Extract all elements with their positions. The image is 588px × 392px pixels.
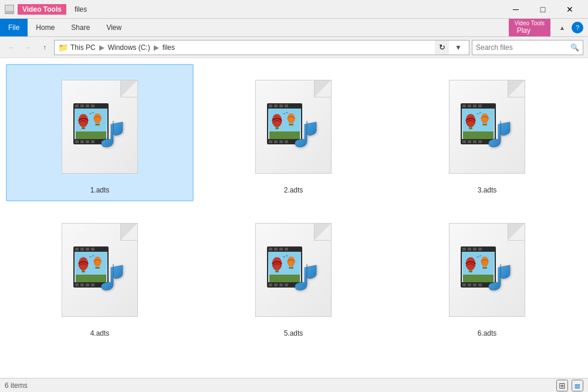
minimize-button[interactable]: ─ [502,0,529,19]
maximize-button[interactable]: □ [529,0,556,19]
film-hole [478,140,482,143]
tab-play[interactable]: Play [509,26,550,35]
app-icon [5,5,14,14]
file-item-3[interactable]: 3.adts [393,64,581,201]
ribbon: File Home Share View Video Tools Play ▲ … [0,19,588,37]
film-hole [473,104,477,107]
tab-file[interactable]: File [0,19,28,36]
file-item-5[interactable]: 5.adts [200,207,387,344]
film-holes-top [73,246,109,252]
navigation-bar: ← → ↑ 📁 This PC ▶ Windows (C:) ▶ files ↻… [0,37,588,58]
film-hole [285,140,288,143]
title-bar-left: Video Tools files [5,4,87,15]
music-note-icon [483,259,513,293]
media-badge [461,103,513,150]
breadcrumb-files[interactable]: files [163,43,175,52]
refresh-button[interactable]: ↻ [435,40,449,55]
breadcrumb-thispc[interactable]: This PC [70,43,96,52]
file-name: 5.adts [284,329,303,337]
film-hole [473,248,477,251]
up-button[interactable]: ↑ [38,40,52,55]
film-hole [80,104,84,107]
music-note-icon [289,259,320,293]
film-hole [91,248,94,251]
film-hole [274,248,278,251]
tab-view[interactable]: View [98,19,130,36]
search-icon: 🔍 [570,43,579,52]
item-count: 6 items [5,381,28,390]
file-icon-wrapper [440,71,534,183]
large-icons-view-button[interactable]: ⊞ [556,380,568,391]
svg-rect-7 [82,127,85,130]
window-controls: ─ □ ✕ [502,0,583,19]
film-hole [86,283,89,286]
film-hole [86,248,89,251]
film-holes-top [267,103,302,109]
doc-icon [449,223,525,317]
back-button[interactable]: ← [5,40,19,55]
close-button[interactable]: ✕ [556,0,583,19]
film-hole [86,140,89,143]
film-hole [269,140,272,143]
film-holes-top [267,246,302,252]
file-item-1[interactable]: 1.adts [6,64,194,201]
search-box[interactable]: 🔍 [472,40,583,55]
view-controls: ⊞ ≣ [556,380,583,391]
film-hole [75,140,79,143]
film-hole [269,248,272,251]
list-view-button[interactable]: ≣ [572,380,583,391]
media-badge [73,103,126,150]
film-hole [274,283,278,286]
file-icon-wrapper [246,214,340,326]
film-hole [279,104,283,107]
tab-share[interactable]: Share [63,19,98,36]
film-hole [462,283,466,286]
film-hole [91,140,94,143]
title-bar: Video Tools files ─ □ ✕ [0,0,588,19]
doc-icon [255,223,332,317]
file-name: 1.adts [90,186,110,194]
address-dropdown-button[interactable]: ▼ [451,40,465,55]
film-hole [80,140,84,143]
search-input[interactable] [476,43,568,52]
tab-home[interactable]: Home [28,19,63,36]
forward-button[interactable]: → [21,40,35,55]
film-hole [473,283,477,286]
film-hole [279,283,283,286]
film-hole [468,104,471,107]
film-hole [91,104,94,107]
file-name: 3.adts [478,186,497,194]
file-icon-wrapper [246,71,340,183]
title-bar-app-label: Video Tools [18,4,66,15]
ribbon-collapse-button[interactable]: ▲ [555,21,569,35]
title-bar-file-name: files [75,5,87,13]
film-hole [91,283,94,286]
file-grid: 1.adts [6,64,581,344]
film-hole [75,104,79,107]
doc-icon [449,80,525,174]
svg-rect-1 [5,11,13,13]
file-item-6[interactable]: 6.adts [393,207,581,344]
film-hole [86,104,89,107]
film-hole [285,104,288,107]
film-holes-top [461,103,496,109]
film-hole [80,283,84,286]
svg-rect-0 [5,5,13,11]
file-item-2[interactable]: 2.adts [200,64,387,201]
address-bar[interactable]: 📁 This PC ▶ Windows (C:) ▶ files ↻ ▼ [54,40,469,55]
film-hole [80,248,84,251]
status-bar: 6 items ⊞ ≣ [0,378,588,392]
film-hole [478,283,482,286]
file-item-4[interactable]: 4.adts [6,207,194,344]
ribbon-tab-bar: File Home Share View Video Tools Play ▲ … [0,19,588,36]
file-area: 1.adts [0,58,588,378]
film-holes-top [73,103,109,109]
help-button[interactable]: ? [572,22,583,33]
svg-rect-57 [469,271,472,273]
film-hole [269,283,272,286]
breadcrumb-icon: 📁 [58,43,68,52]
media-badge [267,246,320,293]
media-badge [461,246,513,293]
breadcrumb-windows[interactable]: Windows (C:) [108,43,150,52]
file-name: 6.adts [478,329,497,337]
